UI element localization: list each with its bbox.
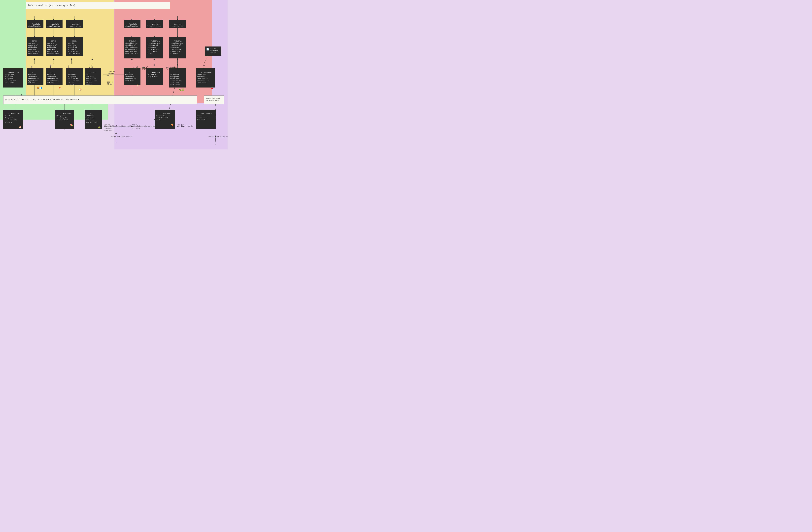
spreadsheet: SPREADSHEET: Manual curation of the word… [196, 110, 216, 129]
jnb-editors: J. NOTEBOOK: Wikipedia articles to artic… [66, 68, 83, 85]
gephi-bipartite: GEPHI: Map the bipartite network of Wiki… [66, 37, 83, 56]
csv-edits-vertical-label: CSV ofedits [107, 81, 112, 85]
various-qual-label: Various qualitative sources [208, 136, 228, 138]
svg-text:articles: articles [104, 128, 112, 130]
annotate-box-4: Annotate visualization [124, 19, 141, 28]
csv-edits-flow-label: CSV ofedits [107, 73, 112, 76]
tableau-pageviews: TABLEAU : Visualize the timeline of Wiki… [146, 37, 163, 58]
gephi-coreference: GEPHI: Map the network of Wikipedia arti… [46, 37, 62, 56]
table2net: TABLE 2 NET: Wikipedia articles to artic… [85, 68, 101, 85]
main-container: GEXF GEXF GEXF GEXF GEXF Image Image Ima… [0, 0, 228, 150]
tableau-words: TABLEAU: Visualize the timeline of docum… [169, 37, 186, 58]
csv-edits-words-label: CSV of editswith words [166, 67, 177, 70]
csv-edits-right-label: CSV ofedits [133, 67, 138, 70]
wikipedia-article-list: Wikipedia article list (CSV). May be enr… [3, 96, 197, 104]
jnb-category: J. NOTEBOOK: Wikipedia category to artic… [55, 110, 74, 129]
toolforge: TOOLFORGE WIKIPEDIA PAGE VIEWS [146, 68, 163, 85]
jnb-coreference: J. NOTEBOOK: Wikipedia articles to co-re… [46, 68, 62, 85]
tableau-revisions: TABLEAU : Visualize the timeline of the … [124, 37, 141, 58]
interpretation-title: Interpretation (controversy atlas) [26, 2, 170, 9]
jnb-hyperlinks: J. NOTEBOOK: Wikipedia articles to hyper… [27, 68, 43, 85]
jnb-enrich: J. NOTEBOOK: Enrich Wikipedia articles w… [3, 110, 23, 129]
csv-wiki-text-label: CSV of Wikipedia articles with text [104, 125, 135, 127]
gexf-icon: 📄 [206, 48, 209, 51]
csv-word-list-label: CSV list of words [177, 125, 193, 127]
jnb-extract-text: J. NOTEBOOK: Wikipedia articles extract … [85, 110, 102, 129]
gexf-docs-words: 📄 GEXF of documents & words [205, 46, 221, 56]
jnb-words-edits: J. NOTEBOOK: Wikipedia words and article… [169, 68, 186, 87]
small-csv-list: Small CSV list of words (<10) [204, 96, 224, 104]
seealsology: SEEALSOLOGY: Scrape and visualize Wikipe… [3, 68, 23, 87]
svg-text:with text: with text [104, 130, 113, 132]
annotate-box-5: Annotate visualization [146, 19, 163, 28]
csv-timestamps-label: CSV oftimestamps [142, 67, 151, 70]
annotate-box-2: Annotate visualization [46, 19, 62, 28]
jnb-words-docs: J. NOTEBOOK: Words and documents with te… [196, 68, 215, 87]
gephi-hyperlinks: GEPHI: Map the network of Wikipedia arti… [27, 37, 43, 56]
annotate-box-3: Annotate visualization [66, 19, 83, 28]
jnb-word-list: J. NOTEBOOK: Documents with text to word… [155, 110, 175, 129]
annotate-box-1: Annotate visualization [27, 19, 43, 28]
scopus-label: SCOPUS and other sources [111, 136, 132, 138]
jnb-edit-list: J. NOTEBOOK: Wikipedia articles to edit … [124, 68, 141, 85]
annotate-box-6: Annotate visualization [169, 19, 186, 28]
csv-docs-text-label: CSV of documents with text [133, 125, 156, 127]
